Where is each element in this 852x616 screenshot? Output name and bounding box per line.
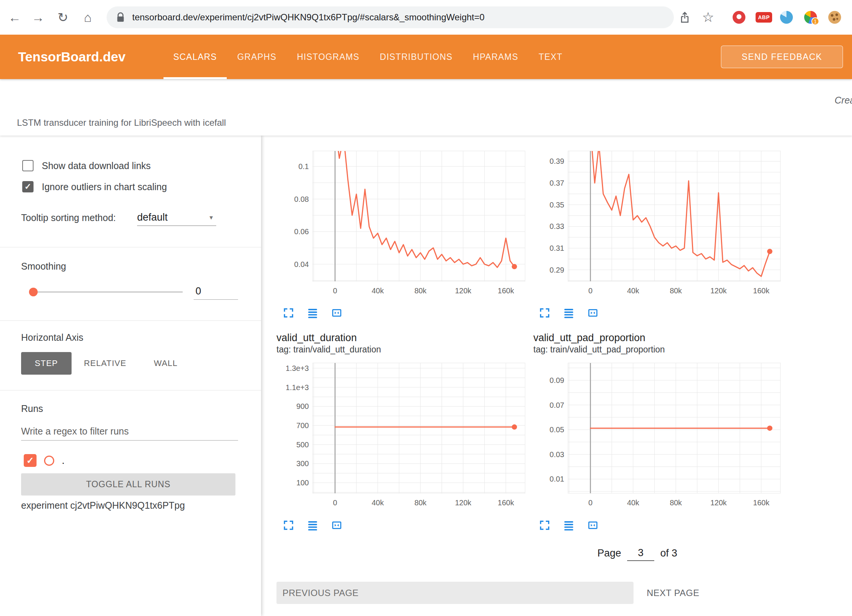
svg-text:120k: 120k	[455, 287, 472, 295]
chart-tag: tag: train/valid_utt_pad_proportion	[533, 345, 665, 355]
svg-text:160k: 160k	[498, 499, 514, 507]
axis-wall-button[interactable]: WALL	[148, 352, 184, 375]
axis-step-button[interactable]: STEP	[21, 352, 72, 375]
fit-domain-icon[interactable]	[587, 520, 599, 531]
page-of-label: of 3	[660, 547, 677, 559]
fit-domain-icon[interactable]	[331, 307, 342, 319]
data-table-icon[interactable]	[307, 307, 318, 319]
clipped-created-text: Crea	[835, 95, 852, 106]
chart-top-left[interactable]: 0.040.060.080.1040k80k120k160k	[286, 150, 527, 298]
svg-text:120k: 120k	[455, 499, 472, 507]
page-number-input[interactable]	[627, 545, 654, 561]
app-logo[interactable]: TensorBoard.dev	[18, 35, 125, 79]
address-bar[interactable]: tensorboard.dev/experiment/cj2vtPiwQHKN9…	[107, 6, 674, 28]
tab-graphs[interactable]: GRAPHS	[236, 35, 278, 79]
svg-text:0.07: 0.07	[550, 401, 564, 409]
svg-text:0.37: 0.37	[550, 179, 564, 187]
data-table-icon[interactable]	[563, 520, 574, 531]
bookmark-star-icon[interactable]: ☆	[701, 0, 716, 35]
chart-title: valid_utt_pad_proportion	[533, 332, 645, 344]
svg-text:0.09: 0.09	[550, 376, 564, 384]
smoothing-slider-track[interactable]	[33, 291, 183, 293]
tab-histograms[interactable]: HISTOGRAMS	[295, 35, 361, 79]
url-text: tensorboard.dev/experiment/cj2vtPiwQHKN9…	[132, 12, 484, 23]
horizontal-axis-label: Horizontal Axis	[21, 332, 83, 343]
notification-badge: 1	[811, 17, 819, 25]
svg-text:80k: 80k	[670, 499, 682, 507]
svg-text:80k: 80k	[670, 287, 682, 295]
fullscreen-icon[interactable]	[539, 520, 550, 531]
profile-avatar[interactable]: 1	[804, 0, 817, 35]
svg-text:0.04: 0.04	[294, 260, 309, 268]
run-row: ✓ .	[24, 454, 65, 467]
subheader: Crea LSTM transducer training for LibriS…	[0, 79, 852, 136]
tab-distributions[interactable]: DISTRIBUTIONS	[378, 35, 454, 79]
svg-text:0.06: 0.06	[294, 227, 309, 236]
extension-blue-icon[interactable]	[780, 0, 793, 35]
fullscreen-icon[interactable]	[539, 307, 550, 319]
fullscreen-icon[interactable]	[283, 307, 294, 319]
next-page-button[interactable]: NEXT PAGE	[647, 582, 699, 604]
chart-toolbar	[283, 307, 342, 319]
send-feedback-button[interactable]: SEND FEEDBACK	[721, 46, 843, 68]
chart-tag: tag: train/valid_utt_duration	[276, 345, 381, 355]
chart-toolbar	[539, 520, 599, 531]
svg-text:0.31: 0.31	[550, 244, 564, 252]
forward-icon[interactable]: →	[29, 0, 47, 35]
svg-text:80k: 80k	[414, 499, 427, 507]
svg-text:500: 500	[296, 441, 309, 449]
chart-top-right[interactable]: 0.290.310.330.350.370.39040k80k120k160k	[542, 150, 783, 298]
back-icon[interactable]: ←	[6, 0, 23, 35]
tab-scalars[interactable]: SCALARS	[172, 35, 218, 79]
previous-page-button[interactable]: PREVIOUS PAGE	[276, 582, 634, 604]
smoothing-value-field[interactable]: 0	[194, 285, 238, 300]
share-icon[interactable]	[677, 0, 692, 35]
cookie-icon[interactable]	[828, 0, 841, 35]
svg-text:300: 300	[296, 459, 309, 468]
home-icon[interactable]: ⌂	[79, 0, 96, 35]
fit-domain-icon[interactable]	[587, 307, 599, 319]
tab-text[interactable]: TEXT	[537, 35, 564, 79]
svg-text:160k: 160k	[753, 287, 770, 295]
fullscreen-icon[interactable]	[283, 520, 294, 531]
chart-toolbar	[283, 520, 342, 531]
divider	[0, 320, 261, 321]
toggle-all-runs-button[interactable]: TOGGLE ALL RUNS	[21, 473, 235, 496]
screen: ← → ↻ ⌂ tensorboard.dev/experiment/cj2vt…	[0, 0, 852, 616]
svg-text:160k: 160k	[753, 499, 770, 507]
tooltip-sorting-dropdown[interactable]: default ▼	[137, 209, 216, 226]
charts-panel: 0.040.060.080.1040k80k120k160k 0.290.310…	[261, 136, 852, 616]
axis-relative-button[interactable]: RELATIVE	[81, 352, 130, 375]
svg-text:0: 0	[588, 499, 592, 507]
show-download-links-checkbox[interactable]	[22, 160, 34, 171]
svg-text:0: 0	[333, 499, 337, 507]
tab-hparams[interactable]: HPARAMS	[472, 35, 520, 79]
chart-valid-utt-pad-proportion[interactable]: 0.010.030.050.070.09040k80k120k160k	[542, 362, 783, 510]
chevron-down-icon: ▼	[208, 214, 214, 221]
svg-text:160k: 160k	[498, 287, 514, 295]
runs-regex-input[interactable]	[21, 422, 238, 441]
settings-sidebar: Show data download links ✓ Ignore outlie…	[0, 136, 261, 616]
nav-tabs: SCALARS GRAPHS HISTOGRAMS DISTRIBUTIONS …	[172, 35, 564, 79]
extension-abp-icon[interactable]: ABP	[755, 0, 773, 35]
data-table-icon[interactable]	[563, 307, 574, 319]
ignore-outliers-checkbox[interactable]: ✓	[22, 181, 34, 192]
chart-title: valid_utt_duration	[276, 332, 357, 344]
extension-adblock-icon[interactable]	[732, 0, 746, 35]
svg-text:120k: 120k	[710, 287, 727, 295]
divider	[0, 247, 261, 247]
data-table-icon[interactable]	[307, 520, 318, 531]
svg-text:1.1e+3: 1.1e+3	[286, 383, 309, 392]
chart-valid-utt-duration[interactable]: 1003005007009001.1e+31.3e+3040k80k120k16…	[286, 362, 527, 510]
run-checkbox[interactable]: ✓	[24, 454, 37, 467]
svg-text:40k: 40k	[627, 499, 640, 507]
browser-chrome: ← → ↻ ⌂ tensorboard.dev/experiment/cj2vt…	[0, 0, 852, 35]
svg-text:120k: 120k	[710, 499, 727, 507]
reload-icon[interactable]: ↻	[54, 0, 72, 35]
svg-text:0.39: 0.39	[550, 157, 564, 165]
app-header: TensorBoard.dev SCALARS GRAPHS HISTOGRAM…	[0, 35, 852, 79]
show-download-links-label: Show data download links	[42, 160, 151, 171]
fit-domain-icon[interactable]	[331, 520, 342, 531]
tooltip-sorting-value: default	[137, 212, 168, 223]
smoothing-slider-thumb[interactable]	[29, 288, 38, 296]
